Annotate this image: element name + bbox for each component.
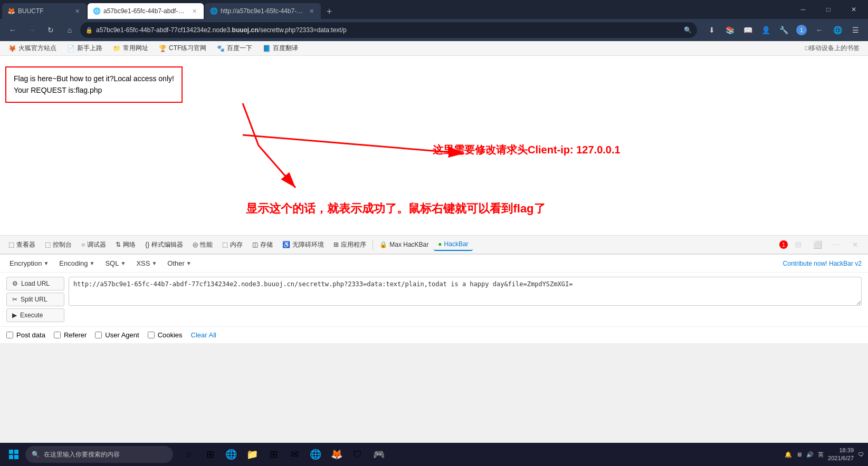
cookies-checkbox[interactable]: Cookies <box>148 331 183 339</box>
taskbar-app-store[interactable]: ⊞ <box>264 445 283 464</box>
perf-label: 性能 <box>200 240 213 249</box>
referer-label: Referer <box>64 331 87 339</box>
taskbar: 🔍 在这里输入你要搜索的内容 ○ ⊞ 🌐 📁 ⊞ ✉ 🌐 🦊 🛡 🎮 🔔 🖥 🔊… <box>0 443 868 466</box>
bookmark-icon-5: 🐾 <box>217 45 225 52</box>
back-button[interactable]: ← <box>4 22 21 38</box>
taskbar-app-game[interactable]: 🎮 <box>369 445 388 464</box>
minimize-button[interactable]: ─ <box>791 1 815 18</box>
taskbar-icons-area: 🔔 🖥 🔊 <box>785 451 814 458</box>
network-icon: ⇅ <box>116 241 121 248</box>
sync-button[interactable]: 👤 <box>757 22 774 38</box>
other-label: Other <box>167 259 185 267</box>
new-tab-button[interactable]: + <box>322 4 337 19</box>
svg-rect-3 <box>14 450 18 454</box>
reload-button[interactable]: ↻ <box>42 22 59 38</box>
split-url-button[interactable]: ✂ Split URL <box>6 293 64 306</box>
taskbar-app-firefox[interactable]: 🦊 <box>327 445 346 464</box>
tab-http[interactable]: 🌐 http://a57bc9e1-65fc-44b7-abd ✕ <box>205 3 321 19</box>
post-data-input[interactable] <box>6 332 13 338</box>
devtools-style[interactable]: {} 样式编辑器 <box>141 238 187 251</box>
bookmark-baidu[interactable]: 🐾 百度一下 <box>213 43 256 54</box>
refresh-button[interactable]: 🌐 <box>829 22 846 38</box>
taskbar-apps: ○ ⊞ 🌐 📁 ⊞ ✉ 🌐 🦊 🛡 🎮 <box>179 445 388 464</box>
devtools-memory[interactable]: ⬚ 内存 <box>218 238 247 251</box>
svg-rect-4 <box>9 455 13 459</box>
storage-icon: ◫ <box>252 241 258 248</box>
bookmark-ctf[interactable]: 🏆 CTF练习官网 <box>155 43 211 54</box>
tab-active[interactable]: 🌐 a57bc9e1-65fc-44b7-abdf-77cf1 ✕ <box>88 3 204 19</box>
bookmark-huhu[interactable]: 🦊 火狐官方站点 <box>4 43 61 54</box>
devtools-more[interactable]: ⋯ <box>828 236 845 253</box>
tab-favicon-3: 🌐 <box>210 7 217 15</box>
tab-close-1[interactable]: ✕ <box>73 7 81 15</box>
taskbar-app-ie[interactable]: 🌐 <box>306 445 325 464</box>
notification-icon[interactable]: 🔔 <box>785 451 792 458</box>
referer-input[interactable] <box>54 332 61 338</box>
hackbar-menu-sql[interactable]: SQL ▼ <box>102 258 129 269</box>
execute-button[interactable]: ▶ Execute <box>6 308 64 322</box>
hackbar-menu-encryption[interactable]: Encryption ▼ <box>6 258 52 269</box>
notification-bell-icon[interactable]: 🗨 <box>858 451 864 458</box>
devtools-hackbar[interactable]: ● HackBar <box>434 238 472 251</box>
forward-button[interactable]: → <box>23 22 40 38</box>
devtools-inspector[interactable]: ⬚ 查看器 <box>4 238 40 251</box>
post-data-checkbox[interactable]: Post data <box>6 331 45 339</box>
tab-close-2[interactable]: ✕ <box>190 7 198 15</box>
svg-rect-5 <box>14 455 18 459</box>
download-button[interactable]: ⬇ <box>703 22 720 38</box>
tab-buuctf[interactable]: 🦊 BUUCTF ✕ <box>2 3 87 19</box>
hackbar-url-input[interactable] <box>69 277 862 306</box>
maximize-button[interactable]: □ <box>816 1 841 18</box>
taskbar-app-explorer[interactable]: 📁 <box>243 445 262 464</box>
bookmark-translate[interactable]: 📘 百度翻译 <box>259 43 302 54</box>
address-bar[interactable]: 🔒 a57bc9e1-65fc-44b7-abdf-77cf134234e2.n… <box>80 22 697 38</box>
cookies-input[interactable] <box>148 332 155 338</box>
volume-icon[interactable]: 🔊 <box>806 451 814 458</box>
hackbar-contribute[interactable]: Contribute now! HackBar v2 <box>783 260 862 267</box>
referer-checkbox[interactable]: Referer <box>54 331 87 339</box>
taskbar-app-mail[interactable]: ✉ <box>285 445 304 464</box>
devtools-accessibility[interactable]: ♿ 无障碍环境 <box>278 238 328 251</box>
tab-close-3[interactable]: ✕ <box>307 7 316 15</box>
back-history-button[interactable]: ← <box>811 22 828 38</box>
taskbar-app-security[interactable]: 🛡 <box>348 445 367 464</box>
mobile-bookmark[interactable]: □移动设备上的书签 <box>801 43 864 54</box>
display-icon[interactable]: 🖥 <box>796 451 802 458</box>
taskbar-app-edge[interactable]: 🌐 <box>222 445 241 464</box>
menu-button[interactable]: ☰ <box>847 22 864 38</box>
bookmark-common[interactable]: 📁 常用网址 <box>109 43 152 54</box>
extensions-button[interactable]: 🔧 <box>775 22 792 38</box>
start-button[interactable] <box>4 445 23 464</box>
flag-line2: Your REQUEST is:flag.php <box>14 84 174 96</box>
reader-button[interactable]: 📖 <box>739 22 756 38</box>
profile-button[interactable]: 1 <box>793 22 810 38</box>
devtools-network[interactable]: ⇅ 网络 <box>111 238 140 251</box>
taskbar-app-taskview[interactable]: ⊞ <box>201 445 220 464</box>
devtools-close[interactable]: ✕ <box>847 236 864 253</box>
devtools-maxhackbar[interactable]: 🔒 Max HacKBar <box>375 239 433 250</box>
devtools-undock[interactable]: ⊟ <box>790 236 807 253</box>
taskbar-clock[interactable]: 18:39 2021/6/27 <box>828 446 854 463</box>
user-agent-checkbox[interactable]: User Agent <box>95 331 139 339</box>
close-button[interactable]: ✕ <box>842 1 866 18</box>
bookmark-newbie[interactable]: 📄 新手上路 <box>63 43 107 54</box>
devtools-apps[interactable]: ⊞ 应用程序 <box>329 238 370 251</box>
hackbar-menu-xss[interactable]: XSS ▼ <box>133 258 160 269</box>
taskbar-app-cortana[interactable]: ○ <box>179 445 198 464</box>
load-url-button[interactable]: ⚙ Load URL <box>6 277 64 290</box>
console-icon: ⬚ <box>45 241 51 248</box>
home-button[interactable]: ⌂ <box>61 22 78 38</box>
devtools-perf[interactable]: ◎ 性能 <box>188 238 217 251</box>
search-icon: 🔍 <box>684 26 692 34</box>
execute-label: Execute <box>20 312 43 319</box>
hackbar-menu-encoding[interactable]: Encoding ▼ <box>56 258 98 269</box>
user-agent-input[interactable] <box>95 332 102 338</box>
devtools-storage[interactable]: ◫ 存储 <box>248 238 277 251</box>
devtools-resize[interactable]: ⬜ <box>809 236 826 253</box>
taskbar-search-bar[interactable]: 🔍 在这里输入你要搜索的内容 <box>25 446 173 463</box>
devtools-debugger[interactable]: ○ 调试器 <box>77 238 110 251</box>
devtools-console[interactable]: ⬚ 控制台 <box>41 238 76 251</box>
hackbar-menu-other[interactable]: Other ▼ <box>164 258 194 269</box>
bookmarks-button[interactable]: 📚 <box>721 22 738 38</box>
clear-all-button[interactable]: Clear All <box>191 331 216 339</box>
